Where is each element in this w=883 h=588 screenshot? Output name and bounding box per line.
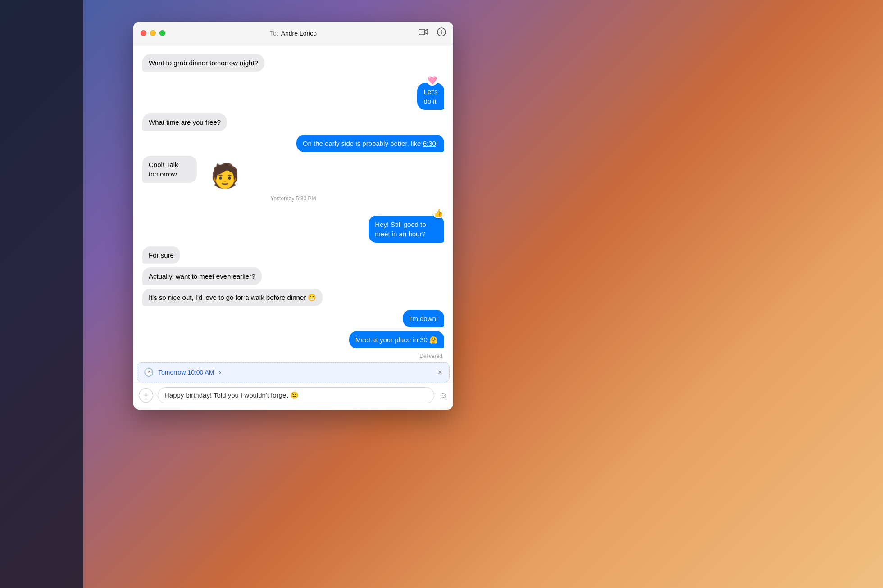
- message-row-outgoing: 👍 Hey! Still good to meet in an hour?: [142, 208, 444, 244]
- message-row: Cool! Talk tomorrow 🧑: [142, 156, 444, 183]
- message-row: Let's do it: [403, 83, 444, 110]
- timestamp-divider: Yesterday 5:30 PM: [142, 195, 444, 202]
- message-bubble: On the early side is probably better, li…: [296, 135, 444, 152]
- close-button[interactable]: [141, 30, 146, 36]
- chevron-icon: ›: [219, 368, 221, 376]
- message-bubble: Hey! Still good to meet in an hour?: [369, 216, 444, 243]
- title-bar-actions: [419, 27, 446, 39]
- clock-icon: 🕐: [144, 367, 154, 377]
- chat-area[interactable]: Want to grab dinner tomorrow night? 🩷 Le…: [133, 45, 453, 359]
- reaction-badge-left: 👍: [433, 208, 444, 218]
- minimize-button[interactable]: [150, 30, 156, 36]
- message-row: It's so nice out, I'd love to go for a w…: [142, 289, 444, 306]
- svg-point-3: [441, 30, 442, 31]
- message-row: Actually, want to meet even earlier?: [142, 267, 444, 285]
- message-row: I'm down!: [142, 310, 444, 327]
- message-row: Meet at your place in 30 🤗: [142, 331, 444, 348]
- memoji-sticker: 🧑: [210, 164, 240, 187]
- message-bubble: It's so nice out, I'd love to go for a w…: [142, 289, 323, 306]
- info-icon[interactable]: [437, 27, 446, 39]
- message-row-outgoing-reaction: 🩷 Let's do it: [142, 75, 444, 111]
- message-input[interactable]: Happy birthday! Told you I wouldn't forg…: [164, 391, 428, 399]
- message-row: What time are you free?: [142, 113, 444, 131]
- message-row: Want to grab dinner tomorrow night?: [142, 54, 444, 72]
- input-area: + Happy birthday! Told you I wouldn't fo…: [133, 382, 453, 410]
- message-bubble: I'm down!: [403, 310, 444, 327]
- message-bubble: Let's do it: [417, 83, 444, 110]
- message-bubble: Actually, want to meet even earlier?: [142, 267, 262, 285]
- scheduled-banner: 🕐 Tomorrow 10:00 AM › ✕: [137, 362, 450, 382]
- traffic-lights: [141, 30, 165, 36]
- message-input-wrapper[interactable]: Happy birthday! Told you I wouldn't forg…: [158, 387, 434, 403]
- title-bar-center: To: Andre Lorico: [270, 30, 317, 37]
- reaction-badge: 🩷: [427, 75, 438, 86]
- message-row: On the early side is probably better, li…: [142, 135, 444, 152]
- contact-name: Andre Lorico: [281, 30, 317, 37]
- messages-window: To: Andre Lorico Want to: [133, 22, 453, 410]
- close-scheduled-button[interactable]: ✕: [437, 369, 443, 376]
- sidebar-panel: [0, 0, 83, 588]
- delivery-status: Delivered: [142, 353, 444, 359]
- message-bubble: What time are you free?: [142, 113, 227, 131]
- to-label: To:: [270, 30, 278, 37]
- maximize-button[interactable]: [159, 30, 165, 36]
- video-call-icon[interactable]: [419, 28, 429, 38]
- message-row: Hey! Still good to meet in an hour?: [328, 216, 444, 243]
- scheduled-time[interactable]: Tomorrow 10:00 AM: [158, 369, 214, 376]
- message-bubble: Meet at your place in 30 🤗: [349, 331, 444, 348]
- emoji-picker-button[interactable]: ☺: [439, 390, 448, 401]
- svg-rect-0: [419, 29, 425, 35]
- add-attachment-button[interactable]: +: [139, 388, 153, 403]
- title-bar: To: Andre Lorico: [133, 22, 453, 45]
- message-bubble: Want to grab dinner tomorrow night?: [142, 54, 264, 72]
- message-row: For sure: [142, 246, 444, 264]
- message-bubble: Cool! Talk tomorrow: [142, 156, 197, 183]
- plus-icon: +: [144, 391, 149, 400]
- message-bubble: For sure: [142, 246, 180, 264]
